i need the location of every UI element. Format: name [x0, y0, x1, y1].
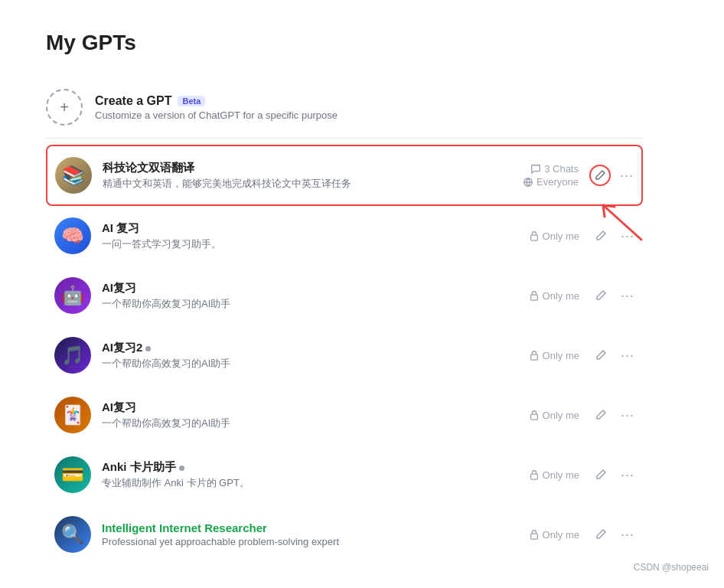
gpt-row-ai1[interactable]: 🧠AI 复习一问一答式学习复习助手。Only me··· [46, 206, 643, 266]
gpt-desc-ai1: 一问一答式学习复习助手。 [102, 237, 477, 251]
svg-rect-3 [530, 354, 537, 360]
more-button-ai2[interactable]: ··· [621, 288, 634, 304]
gpt-visibility-researcher: Only me [529, 529, 579, 541]
gpt-avatar-translate: 📚 [55, 157, 92, 194]
gpt-info-ai2: AI复习一个帮助你高效复习的AI助手 [102, 281, 477, 311]
gpt-avatar-ai3: 🎵 [54, 337, 91, 374]
gpt-meta-ai4: Only me [488, 410, 579, 421]
gpt-name-ai3: AI复习2 [102, 341, 477, 355]
gpt-desc-researcher: Professional yet approachable problem-so… [102, 536, 477, 547]
gpt-visibility-translate: Everyone [523, 176, 579, 188]
gpt-actions-ai2: ··· [590, 285, 634, 306]
edit-button-ai4[interactable] [590, 404, 611, 426]
edit-button-ai2[interactable] [590, 285, 611, 306]
more-button-researcher[interactable]: ··· [621, 527, 634, 543]
svg-rect-4 [530, 414, 537, 420]
more-button-translate[interactable]: ··· [620, 168, 634, 184]
create-gpt-row[interactable]: + Create a GPT Beta Customize a version … [46, 77, 643, 139]
gpt-name-ai2: AI复习 [102, 281, 477, 296]
gpt-meta-translate: 3 ChatsEveryone [487, 163, 579, 188]
gpt-meta-ai1: Only me [488, 230, 579, 242]
edit-button-translate[interactable] [589, 165, 611, 186]
more-button-ai4[interactable]: ··· [621, 407, 634, 423]
create-gpt-title: Create a GPT [95, 94, 171, 108]
gpt-meta-anki: Only me [488, 469, 579, 481]
gpt-actions-translate: ··· [589, 165, 634, 186]
gpt-desc-ai3: 一个帮助你高效复习的AI助手 [102, 357, 477, 371]
gpt-desc-ai2: 一个帮助你高效复习的AI助手 [102, 297, 477, 311]
gpt-meta-researcher: Only me [488, 529, 579, 541]
gpt-chats-translate: 3 Chats [530, 163, 579, 175]
gpt-actions-researcher: ··· [590, 524, 634, 545]
create-gpt-info: Create a GPT Beta Customize a version of… [95, 94, 338, 121]
svg-rect-1 [530, 235, 537, 240]
gpt-row-ai4[interactable]: 🃏AI复习一个帮助你高效复习的AI助手Only me··· [46, 385, 643, 445]
page-title: My GPTs [46, 31, 643, 55]
gpt-info-ai3: AI复习2一个帮助你高效复习的AI助手 [102, 341, 477, 371]
gpt-visibility-ai4: Only me [529, 410, 579, 421]
gpt-actions-ai1: ··· [590, 225, 634, 247]
gpt-meta-ai3: Only me [488, 350, 579, 361]
gpt-name-researcher: Intelligent Internet Researcher [102, 521, 477, 534]
more-button-anki[interactable]: ··· [621, 467, 634, 483]
edit-button-researcher[interactable] [590, 524, 611, 545]
gpt-visibility-ai3: Only me [529, 350, 579, 361]
svg-rect-6 [530, 534, 537, 539]
create-gpt-subtitle: Customize a version of ChatGPT for a spe… [95, 109, 338, 121]
gpt-avatar-anki: 💳 [54, 456, 91, 493]
more-button-ai1[interactable]: ··· [621, 228, 634, 244]
gpt-row-anki[interactable]: 💳Anki 卡片助手专业辅助制作 Anki 卡片的 GPT。Only me··· [46, 445, 643, 505]
watermark: CSDN @shopeeai [634, 562, 709, 573]
gpt-name-ai1: AI 复习 [102, 221, 477, 236]
gpt-actions-ai3: ··· [590, 345, 634, 366]
gpt-name-anki: Anki 卡片助手 [102, 460, 477, 475]
more-button-ai3[interactable]: ··· [621, 348, 634, 364]
gpt-actions-anki: ··· [590, 464, 634, 485]
gpt-meta-ai2: Only me [488, 290, 579, 302]
gpt-row-ai2[interactable]: 🤖AI复习一个帮助你高效复习的AI助手Only me··· [46, 266, 643, 325]
dot-indicator-ai3 [145, 346, 151, 351]
svg-rect-2 [530, 295, 537, 300]
gpt-desc-ai4: 一个帮助你高效复习的AI助手 [102, 416, 477, 430]
gpt-actions-ai4: ··· [590, 404, 634, 426]
gpt-row-ai3[interactable]: 🎵AI复习2一个帮助你高效复习的AI助手Only me··· [46, 325, 643, 385]
gpt-name-translate: 科技论文双语翻译 [103, 161, 476, 175]
gpt-avatar-ai4: 🃏 [54, 397, 91, 433]
gpt-name-ai4: AI复习 [102, 400, 477, 415]
edit-button-ai1[interactable] [590, 225, 611, 247]
edit-button-ai3[interactable] [590, 345, 611, 366]
dot-indicator-anki [179, 466, 184, 471]
gpt-list: 📚科技论文双语翻译精通中文和英语，能够完美地完成科技论文中英互译任务3 Chat… [46, 145, 643, 564]
gpt-visibility-anki: Only me [529, 469, 579, 481]
gpt-desc-translate: 精通中文和英语，能够完美地完成科技论文中英互译任务 [103, 177, 476, 191]
gpt-info-researcher: Intelligent Internet ResearcherProfessio… [102, 521, 477, 547]
edit-button-anki[interactable] [590, 464, 611, 485]
create-gpt-icon: + [46, 89, 83, 126]
gpt-row-translate[interactable]: 📚科技论文双语翻译精通中文和英语，能够完美地完成科技论文中英互译任务3 Chat… [46, 145, 643, 206]
gpt-avatar-researcher: 🔍 [54, 516, 91, 553]
gpt-avatar-ai1: 🧠 [54, 217, 91, 254]
gpt-desc-anki: 专业辅助制作 Anki 卡片的 GPT。 [102, 476, 477, 490]
gpt-info-translate: 科技论文双语翻译精通中文和英语，能够完美地完成科技论文中英互译任务 [103, 161, 476, 191]
svg-rect-5 [530, 474, 537, 479]
gpt-row-researcher[interactable]: 🔍Intelligent Internet ResearcherProfessi… [46, 505, 643, 564]
beta-badge: Beta [178, 96, 205, 106]
gpt-avatar-ai2: 🤖 [54, 277, 91, 314]
gpt-info-ai4: AI复习一个帮助你高效复习的AI助手 [102, 400, 477, 430]
gpt-visibility-ai1: Only me [529, 230, 579, 242]
gpt-info-ai1: AI 复习一问一答式学习复习助手。 [102, 221, 477, 251]
gpt-info-anki: Anki 卡片助手专业辅助制作 Anki 卡片的 GPT。 [102, 460, 477, 490]
gpt-visibility-ai2: Only me [529, 290, 579, 302]
